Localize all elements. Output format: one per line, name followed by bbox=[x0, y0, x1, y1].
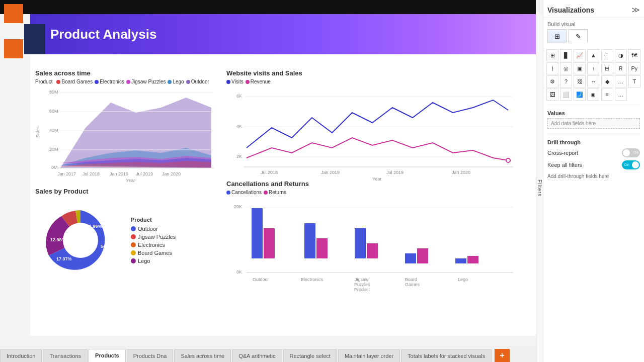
add-drill-fields[interactable]: Add drill-through fields here bbox=[547, 173, 640, 179]
tab-introduction[interactable]: Introduction bbox=[0, 349, 42, 362]
product-label: Product bbox=[131, 217, 176, 223]
visits-title: Website visits and Sales bbox=[226, 69, 528, 77]
tab-sales-time[interactable]: Sales across time bbox=[174, 349, 231, 362]
viz-icon-matrix[interactable]: ⊟ bbox=[601, 62, 613, 74]
viz-icon-flow[interactable]: ↔ bbox=[587, 75, 599, 87]
viz-icon-bar[interactable]: ▊ bbox=[560, 49, 572, 61]
build-visual-buttons: ⊞ ✎ bbox=[547, 29, 640, 43]
add-data-button[interactable]: Add data fields here bbox=[547, 118, 640, 129]
viz-icon-text[interactable]: T bbox=[628, 75, 640, 87]
outdoor-legend: Outdoor bbox=[131, 226, 176, 232]
viz-icon-gauge[interactable]: ◎ bbox=[560, 62, 572, 74]
page-title: Product Analysis bbox=[50, 27, 156, 42]
viz-icon-img[interactable]: 🖼 bbox=[546, 88, 558, 101]
legend-outdoor: Outdoor bbox=[186, 79, 209, 84]
cross-report-toggle[interactable]: Off bbox=[622, 148, 640, 157]
legend-dot-board-games bbox=[56, 80, 60, 84]
tab-add-button[interactable]: + bbox=[495, 349, 509, 362]
viz-icon-kpi[interactable]: ↑ bbox=[587, 62, 599, 74]
values-label: Values bbox=[547, 110, 640, 116]
viz-icon-slicer[interactable]: ≡ bbox=[601, 88, 613, 101]
viz-panel-title: Visualizations bbox=[547, 6, 594, 14]
product-legend: Product Outdoor Jigsaw Puzzles Electroni… bbox=[131, 217, 176, 264]
viz-icon-py[interactable]: Py bbox=[628, 62, 640, 74]
logo-dark bbox=[24, 24, 45, 54]
tab-qa[interactable]: Q&A arithmetic bbox=[232, 349, 282, 362]
tab-transactions[interactable]: Transactions bbox=[43, 349, 88, 362]
viz-panel-close-icon[interactable]: ≫ bbox=[631, 5, 640, 15]
electronics-dot bbox=[131, 242, 136, 247]
viz-icon-r[interactable]: R bbox=[615, 62, 627, 74]
viz-icon-azmap[interactable]: 🗾 bbox=[574, 88, 586, 101]
build-table-button[interactable]: ⊞ bbox=[547, 29, 567, 43]
viz-icon-area[interactable]: ▲ bbox=[587, 49, 599, 61]
tabs-container: Introduction Transactions Products Produ… bbox=[0, 346, 536, 362]
svg-text:2K: 2K bbox=[236, 154, 242, 159]
svg-text:Jan 2017: Jan 2017 bbox=[57, 171, 76, 176]
bar-lego-returns[interactable] bbox=[467, 256, 478, 263]
svg-text:Jul 2019: Jul 2019 bbox=[386, 170, 404, 175]
jigsaw-legend: Jigsaw Puzzles bbox=[131, 234, 176, 240]
viz-icon-qna[interactable]: ? bbox=[560, 75, 572, 87]
viz-icon-decomp[interactable]: ⛓ bbox=[574, 75, 586, 87]
viz-panel: Visualizations ≫ Build visual ⊞ ✎ ⊞ ▊ 📈 … bbox=[543, 0, 644, 362]
viz-icon-more[interactable]: … bbox=[615, 75, 627, 87]
viz-icon-scatter[interactable]: ⋮ bbox=[601, 49, 613, 61]
legend-returns: Returns bbox=[264, 190, 286, 195]
legend-dot-returns bbox=[264, 191, 268, 195]
filter-label: Filters bbox=[537, 179, 542, 197]
viz-icon-pie[interactable]: ◑ bbox=[615, 49, 627, 61]
sales-time-title: Sales across time bbox=[35, 69, 221, 77]
legend-dot-lego bbox=[168, 80, 172, 84]
bar-lego-cancel[interactable] bbox=[455, 258, 466, 263]
bar-jigsaw-returns[interactable] bbox=[367, 243, 378, 258]
svg-text:Jul 2019: Jul 2019 bbox=[136, 171, 153, 176]
viz-icon-filled-map[interactable]: ◉ bbox=[587, 88, 599, 101]
svg-text:Electronics: Electronics bbox=[301, 277, 324, 282]
svg-text:12.98%: 12.98% bbox=[50, 237, 66, 242]
values-section: Values Add data fields here bbox=[543, 108, 644, 131]
tab-products[interactable]: Products bbox=[89, 349, 126, 362]
svg-text:Product: Product bbox=[354, 287, 370, 292]
tab-rectangle[interactable]: Rectangle select bbox=[283, 349, 337, 362]
visits-chart: 6K 4K 2K Jul 2018 Jan 2019 Jul 2019 Jan … bbox=[226, 87, 518, 178]
bar-electronics-cancel[interactable] bbox=[304, 223, 315, 258]
viz-icon-shape[interactable]: ◆ bbox=[601, 75, 613, 87]
svg-text:Jigsaw: Jigsaw bbox=[355, 277, 369, 282]
keep-filters-toggle[interactable]: On bbox=[622, 160, 640, 169]
svg-text:Jul 2018: Jul 2018 bbox=[83, 171, 100, 176]
viz-icon-table[interactable]: ⊞ bbox=[546, 49, 558, 61]
donut-container: 11.96% 12.98% 54.67% 17.37% Product Outd… bbox=[35, 200, 221, 281]
visits-line bbox=[247, 100, 508, 148]
bar-board-cancel[interactable] bbox=[405, 253, 416, 263]
viz-icon-custom[interactable]: ⚙ bbox=[546, 75, 558, 87]
viz-icon-map[interactable]: 🗺 bbox=[628, 49, 640, 61]
legend-lego: Lego bbox=[168, 79, 184, 84]
bar-outdoor-cancel[interactable] bbox=[252, 208, 263, 258]
cancel-title: Cancellations and Returns bbox=[226, 180, 528, 188]
bar-electronics-returns[interactable] bbox=[316, 238, 328, 258]
sales-product-title: Sales by Product bbox=[35, 188, 221, 195]
viz-icon-btn[interactable]: ⬜ bbox=[560, 88, 572, 101]
viz-icon-funnel[interactable]: ⟩ bbox=[546, 62, 558, 74]
bar-jigsaw-cancel[interactable] bbox=[355, 228, 366, 258]
tab-maintain[interactable]: Maintain layer order bbox=[338, 349, 400, 362]
cancel-legend: Cancellations Returns bbox=[226, 190, 528, 195]
viz-icon-dot[interactable]: … bbox=[615, 88, 627, 101]
bar-outdoor-returns[interactable] bbox=[264, 228, 275, 258]
svg-text:Jul 2018: Jul 2018 bbox=[261, 170, 278, 175]
tab-products-dna[interactable]: Products Dna bbox=[127, 349, 174, 362]
legend-board-games: Board Games bbox=[56, 79, 93, 84]
page-header: Product Analysis bbox=[30, 14, 536, 54]
divider-1 bbox=[547, 105, 640, 105]
filter-strip: Filters bbox=[536, 14, 543, 362]
viz-icon-line[interactable]: 📈 bbox=[574, 49, 586, 61]
build-format-button[interactable]: ✎ bbox=[569, 29, 588, 43]
outdoor-dot bbox=[131, 226, 136, 231]
viz-icon-card[interactable]: ▣ bbox=[574, 62, 586, 74]
revenue-end-marker bbox=[506, 158, 510, 162]
boardgames-legend: Board Games bbox=[131, 250, 176, 256]
svg-text:60M: 60M bbox=[49, 109, 58, 114]
tab-totals[interactable]: Totals labels for stacked visuals bbox=[401, 349, 492, 362]
bar-board-returns[interactable] bbox=[417, 248, 428, 263]
